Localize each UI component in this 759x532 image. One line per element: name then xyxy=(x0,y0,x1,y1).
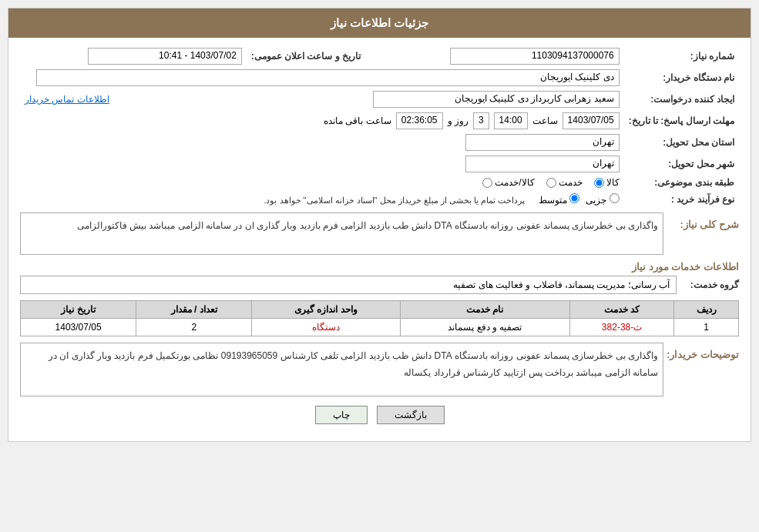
deadline-time: 14:00 xyxy=(494,112,528,129)
print-button[interactable]: چاپ xyxy=(315,406,368,424)
service-info-label: اطلاعات خدمات مورد نیاز xyxy=(20,261,739,273)
time-label: ساعت xyxy=(532,115,558,126)
buyer-notes-value: واگذاری بی خطرسازی پسماند عفونی روزانه ب… xyxy=(20,343,663,396)
deadline-label: مهلت ارسال پاسخ: تا تاریخ: xyxy=(624,110,739,132)
col-date: تاریخ نیاز xyxy=(21,301,136,319)
buyer-org-value: دی کلینیک ایوریجان xyxy=(36,69,619,86)
days-value: 3 xyxy=(473,112,489,129)
city-label: شهر محل تحویل: xyxy=(624,153,739,175)
process-label: نوع فرآیند خرید : xyxy=(624,190,739,208)
col-quantity: تعداد / مقدار xyxy=(136,301,252,319)
process-option-partial: جزیی xyxy=(586,193,619,206)
cell-unit: دستگاه xyxy=(252,319,400,336)
city-value: تهران xyxy=(465,156,620,172)
province-value: تهران xyxy=(465,134,620,151)
category-radio-both[interactable] xyxy=(482,178,492,188)
table-row: 1 ث-38-382 تصفیه و دفع پسماند دستگاه 2 1… xyxy=(21,319,739,336)
announce-datetime-value: 1403/07/02 - 10:41 xyxy=(88,48,242,65)
process-option-medium: متوسط xyxy=(539,193,579,206)
cell-code: ث-38-382 xyxy=(569,319,673,336)
need-description-label: شرح کلی نیاز: xyxy=(670,219,739,230)
col-row: ردیف xyxy=(674,301,739,319)
col-name: نام خدمت xyxy=(400,301,569,319)
days-label: روز و xyxy=(448,115,468,126)
col-unit: واحد اندازه گیری xyxy=(252,301,400,319)
col-code: کد خدمت xyxy=(569,301,673,319)
contact-link[interactable]: اطلاعات تماس خریدار xyxy=(25,94,109,105)
category-option-both: کالا/خدمت xyxy=(482,177,534,188)
page-title: جزئیات اطلاعات نیاز xyxy=(331,16,428,29)
announce-datetime-label: تاریخ و ساعت اعلان عمومی: xyxy=(247,45,376,67)
service-group-value: آب رسانی؛ مدیریت پسماند، فاضلاب و فعالیت… xyxy=(20,276,677,294)
process-note: پرداخت تمام یا بخشی از مبلغ خریداز محل "… xyxy=(264,196,525,206)
province-label: استان محل تحویل: xyxy=(624,132,739,153)
buyer-notes-label: توضیحات خریدار: xyxy=(670,349,739,360)
need-number-label: شماره نیاز: xyxy=(624,45,739,67)
cell-quantity: 2 xyxy=(136,319,252,336)
page-header: جزئیات اطلاعات نیاز xyxy=(8,8,751,38)
service-group-label: گروه خدمت: xyxy=(683,279,739,290)
category-label: طبقه بندی موضوعی: xyxy=(624,175,739,190)
category-option-goods: کالا xyxy=(594,177,620,188)
process-radio-partial[interactable] xyxy=(610,193,620,203)
creator-value: سعید زهرابی کاربرداز دی کلینیک ایوریجان xyxy=(373,91,620,108)
back-button[interactable]: بازگشت xyxy=(377,406,445,424)
remaining-value: 02:36:05 xyxy=(396,112,443,129)
deadline-date: 1403/07/05 xyxy=(563,112,620,129)
buyer-org-label: نام دستگاه خریدار: xyxy=(624,67,739,89)
category-option-service: خدمت xyxy=(546,177,583,188)
cell-row: 1 xyxy=(674,319,739,336)
category-radio-service[interactable] xyxy=(546,178,556,188)
process-radio-medium[interactable] xyxy=(569,193,579,203)
category-radio-goods[interactable] xyxy=(594,178,604,188)
creator-label: ایجاد کننده درخواست: xyxy=(624,89,739,110)
service-table: ردیف کد خدمت نام خدمت واحد اندازه گیری ت… xyxy=(20,300,739,336)
cell-date: 1403/07/05 xyxy=(21,319,136,336)
need-description-value: واگذاری بی خطرسازی پسماند عفونی روزانه ب… xyxy=(20,212,663,255)
cell-name: تصفیه و دفع پسماند xyxy=(400,319,569,336)
need-number-value: 1103094137000076 xyxy=(450,48,620,65)
remaining-label: ساعت باقی مانده xyxy=(324,115,391,126)
